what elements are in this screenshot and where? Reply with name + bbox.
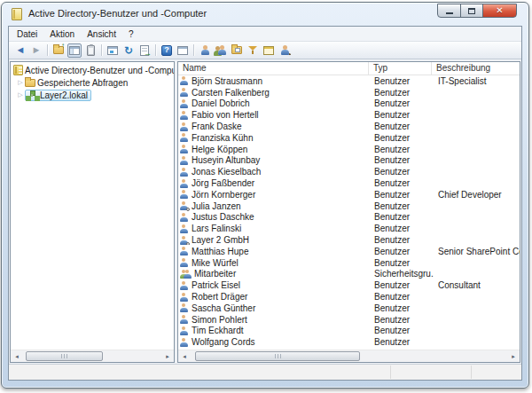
- name-cell: Robert Dräger: [178, 292, 370, 302]
- user-type: Benutzer: [370, 122, 434, 131]
- table-row[interactable]: Wolfgang CordsBenutzer: [178, 336, 520, 348]
- filter-button[interactable]: [246, 43, 260, 58]
- user-name: Frank Daske: [192, 122, 242, 131]
- user-type: Benutzer: [370, 178, 434, 188]
- user-name: Simon Pohlert: [192, 315, 247, 325]
- table-row[interactable]: Jörn KornbergerBenutzerChief Developer: [178, 189, 520, 200]
- scroll-right-icon[interactable]: ▸: [161, 350, 174, 362]
- column-header-name[interactable]: Name: [178, 62, 369, 75]
- menu-datei[interactable]: Datei: [11, 28, 43, 40]
- statusbar-divider: [471, 365, 472, 379]
- new-user-button[interactable]: [198, 43, 212, 58]
- delegate-icon: [280, 45, 290, 55]
- name-cell: Mitarbeiter: [178, 269, 370, 279]
- table-row[interactable]: Matthias HupeBenutzerSenior SharePoint C…: [178, 246, 520, 257]
- table-row[interactable]: Julia JanzenBenutzer: [178, 200, 520, 212]
- user-name: Mitarbeiter: [194, 269, 236, 279]
- name-cell: Sascha Günther: [178, 303, 370, 313]
- user-icon: [180, 76, 189, 85]
- table-row[interactable]: Jörg FaßbenderBenutzer: [178, 177, 520, 189]
- expander-icon[interactable]: [16, 79, 25, 86]
- export-list-button[interactable]: [137, 43, 152, 58]
- up-one-level-button[interactable]: [51, 43, 66, 58]
- tree-item-gespeicherte-abfragen[interactable]: Gespeicherte Abfragen: [11, 76, 174, 89]
- table-row[interactable]: Franziska KühnBenutzer: [178, 132, 520, 144]
- column-header-beschreibung[interactable]: Beschreibung: [432, 62, 520, 75]
- name-cell: Frank Daske: [178, 122, 370, 131]
- table-row[interactable]: Tim EckhardtBenutzer: [178, 326, 520, 337]
- table-row[interactable]: Carsten FalkenbergBenutzer: [178, 87, 520, 98]
- delegate-button[interactable]: [278, 43, 292, 58]
- show-console-tree-icon: [69, 46, 80, 55]
- scrollbar-track[interactable]: [191, 350, 507, 362]
- scrollbar-track[interactable]: [23, 350, 161, 362]
- user-icon: [180, 179, 189, 188]
- name-cell: Helge Köppen: [178, 145, 370, 154]
- new-ou-button[interactable]: [230, 43, 244, 58]
- user-name: Björn Strausmann: [192, 76, 262, 86]
- table-row[interactable]: Sascha GüntherBenutzer: [178, 303, 520, 314]
- table-row[interactable]: Patrick EiselBenutzerConsultant: [178, 279, 520, 291]
- table-row[interactable]: Fabio von HertellBenutzer: [178, 109, 520, 121]
- clipboard-button[interactable]: [83, 43, 98, 58]
- table-row[interactable]: Mike WürfelBenutzer: [178, 257, 520, 269]
- user-name: Huseyin Altunbay: [192, 155, 260, 165]
- list-horizontal-scrollbar[interactable]: ◂ ▸: [178, 350, 520, 362]
- column-header-typ[interactable]: Typ: [369, 62, 432, 75]
- forward-button[interactable]: [29, 43, 43, 58]
- user-name: Sascha Günther: [192, 303, 255, 313]
- expander-icon[interactable]: [16, 91, 25, 98]
- toolbar-separator: [193, 44, 194, 56]
- show-console-tree-button[interactable]: [67, 43, 82, 58]
- maximize-button[interactable]: [460, 4, 483, 18]
- name-cell: Justus Daschke: [178, 212, 370, 222]
- name-cell: Julia Janzen: [178, 201, 370, 211]
- minimize-icon: [446, 12, 453, 14]
- menu-aktion[interactable]: Aktion: [43, 28, 81, 40]
- table-row[interactable]: Daniel DobrichBenutzer: [178, 98, 520, 110]
- view-options-button[interactable]: [262, 43, 276, 58]
- scroll-left-icon[interactable]: ◂: [178, 350, 191, 362]
- tree-horizontal-scrollbar[interactable]: ◂ ▸: [11, 350, 174, 362]
- console-tree-pane: Active Directory-Benutzer und -Computer …: [10, 61, 175, 363]
- table-row[interactable]: Layer 2 GmbHBenutzer: [178, 234, 520, 246]
- table-row[interactable]: Lars FalinskiBenutzer: [178, 223, 520, 234]
- statusbar-divider: [390, 365, 391, 379]
- menubar: Datei Aktion Ansicht ?: [9, 27, 521, 42]
- table-row[interactable]: MitarbeiterSicherheitsgru...: [178, 269, 520, 280]
- window-button[interactable]: [176, 43, 190, 58]
- refresh-button[interactable]: [121, 43, 136, 58]
- tree-item-label: Layer2.lokal: [40, 90, 88, 100]
- help-button[interactable]: [160, 43, 174, 58]
- user-icon: [180, 293, 189, 302]
- minimize-button[interactable]: [437, 4, 461, 18]
- tree-item-layer2-lokal[interactable]: Layer2.lokal: [11, 89, 174, 101]
- table-row[interactable]: Huseyin AltunbayBenutzer: [178, 155, 520, 167]
- scrollbar-thumb[interactable]: [195, 351, 360, 361]
- table-row[interactable]: Björn StrausmannBenutzerIT-Specialist: [178, 75, 520, 87]
- table-row[interactable]: Justus DaschkeBenutzer: [178, 212, 520, 224]
- menu-hilfe[interactable]: ?: [122, 28, 140, 40]
- user-type: Benutzer: [370, 235, 434, 245]
- scroll-right-icon[interactable]: ▸: [507, 350, 520, 362]
- properties-button[interactable]: [106, 43, 120, 58]
- scrollbar-thumb[interactable]: [26, 351, 103, 361]
- table-row[interactable]: Simon PohlertBenutzer: [178, 314, 520, 326]
- tree-root[interactable]: Active Directory-Benutzer und -Computer …: [11, 64, 174, 76]
- back-button[interactable]: [13, 43, 27, 58]
- table-row[interactable]: Helge KöppenBenutzer: [178, 144, 520, 155]
- table-row[interactable]: Frank DaskeBenutzer: [178, 121, 520, 132]
- user-name: Mike Würfel: [192, 258, 239, 268]
- scroll-left-icon[interactable]: ◂: [11, 350, 23, 362]
- selected-tree-node[interactable]: Layer2.lokal: [25, 90, 91, 101]
- user-name: Daniel Dobrich: [192, 98, 250, 108]
- properties-icon: [107, 46, 118, 55]
- table-row[interactable]: Jonas KieselbachBenutzer: [178, 166, 520, 177]
- close-button[interactable]: ✕: [482, 4, 517, 18]
- new-group-button[interactable]: [214, 43, 228, 58]
- name-cell: Mike Würfel: [178, 258, 370, 268]
- titlebar[interactable]: Active Directory-Benutzer und -Computer …: [2, 3, 528, 26]
- menu-ansicht[interactable]: Ansicht: [81, 28, 122, 40]
- user-icon: [180, 213, 189, 222]
- table-row[interactable]: Robert DrägerBenutzer: [178, 291, 520, 303]
